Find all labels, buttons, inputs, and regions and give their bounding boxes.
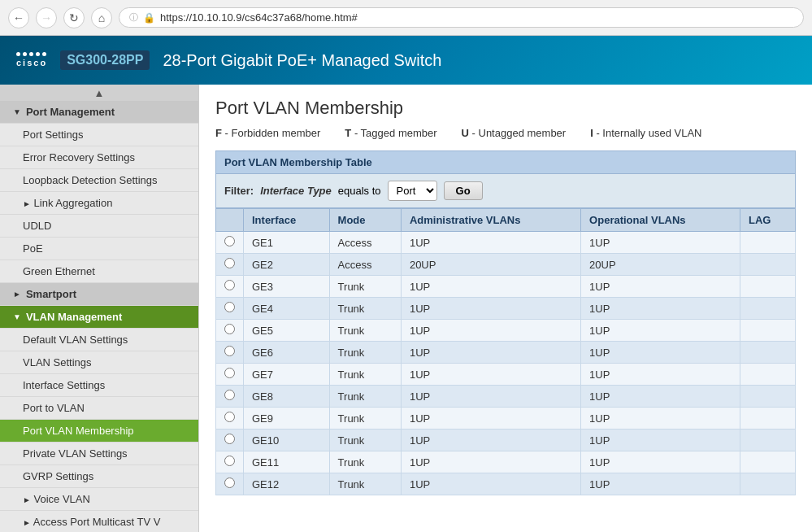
go-button[interactable]: Go (444, 181, 483, 200)
row-lag (740, 320, 795, 342)
row-select-cell[interactable] (216, 342, 244, 364)
row-select-cell[interactable] (216, 232, 244, 254)
table-row[interactable]: GE5 Trunk 1UP 1UP (216, 320, 796, 342)
sidebar-item-port-vlan-membership[interactable]: Port VLAN Membership (0, 420, 198, 443)
sidebar-item-vlan-settings[interactable]: VLAN Settings (0, 351, 198, 374)
row-mode: Trunk (329, 276, 401, 298)
sidebar-item-private-vlan[interactable]: Private VLAN Settings (0, 443, 198, 465)
chevron-down-icon: ▼ (13, 312, 21, 321)
browser-chrome: ← → ↻ ⌂ ⓘ 🔒 https://10.10.10.9/cs64c37a6… (0, 0, 812, 36)
row-admin-vlans: 1UP (401, 342, 580, 364)
sidebar-item-label: Voice VLAN (34, 493, 90, 505)
sidebar-item-link-aggregation[interactable]: ► Link Aggregation (0, 192, 198, 215)
sidebar-item-label: Port Management (26, 106, 115, 118)
row-radio[interactable] (224, 477, 235, 488)
row-interface: GE9 (244, 408, 330, 430)
sidebar-item-port-settings[interactable]: Port Settings (0, 124, 198, 146)
sidebar-item-voice-vlan[interactable]: ► Voice VLAN (0, 488, 198, 511)
col-lag: LAG (740, 209, 795, 232)
row-interface: GE7 (244, 364, 330, 386)
row-radio[interactable] (224, 412, 235, 422)
filter-equals-label: equals to (338, 185, 381, 197)
table-row[interactable]: GE9 Trunk 1UP 1UP (216, 408, 796, 430)
col-select (216, 209, 244, 232)
sidebar-item-label: Smartport (26, 288, 76, 300)
forward-button[interactable]: → (36, 7, 57, 28)
table-row[interactable]: GE12 Trunk 1UP 1UP (216, 473, 796, 495)
sidebar-item-access-multicast[interactable]: ► Access Port Multicast TV V (0, 511, 198, 532)
row-radio[interactable] (224, 434, 235, 444)
table-row[interactable]: GE1 Access 1UP 1UP (216, 232, 796, 254)
address-bar[interactable]: ⓘ 🔒 https://10.10.10.9/cs64c37a68/home.h… (119, 7, 804, 28)
table-row[interactable]: GE3 Trunk 1UP 1UP (216, 276, 796, 298)
row-select-cell[interactable] (216, 408, 244, 430)
row-radio[interactable] (224, 390, 235, 400)
sidebar-item-label: VLAN Management (26, 311, 122, 323)
row-interface: GE3 (244, 276, 330, 298)
back-button[interactable]: ← (8, 7, 29, 28)
sidebar-item-smartport[interactable]: ► Smartport (0, 283, 198, 306)
row-select-cell[interactable] (216, 451, 244, 473)
sidebar-item-loopback[interactable]: Loopback Detection Settings (0, 169, 198, 192)
sidebar-item-label: UDLD (23, 220, 51, 232)
row-select-cell[interactable] (216, 364, 244, 386)
row-mode: Trunk (329, 298, 401, 320)
row-select-cell[interactable] (216, 473, 244, 495)
row-mode: Trunk (329, 451, 401, 473)
row-admin-vlans: 1UP (401, 473, 580, 495)
sidebar-item-green-ethernet[interactable]: Green Ethernet (0, 260, 198, 283)
row-lag (740, 430, 795, 451)
col-mode: Mode (329, 209, 401, 232)
table-row[interactable]: GE4 Trunk 1UP 1UP (216, 298, 796, 320)
sidebar-item-label: Default VLAN Settings (23, 334, 128, 346)
row-interface: GE10 (244, 430, 330, 451)
sidebar: ▲ ▼ Port Management Port Settings Error … (0, 85, 199, 532)
row-radio[interactable] (224, 324, 235, 334)
sidebar-item-port-to-vlan[interactable]: Port to VLAN (0, 397, 198, 420)
sidebar-item-gvrp[interactable]: GVRP Settings (0, 465, 198, 488)
table-row[interactable]: GE7 Trunk 1UP 1UP (216, 364, 796, 386)
row-radio[interactable] (224, 280, 235, 290)
row-select-cell[interactable] (216, 254, 244, 276)
chevron-right-icon: ► (23, 518, 31, 527)
row-select-cell[interactable] (216, 298, 244, 320)
row-radio[interactable] (224, 456, 235, 466)
home-button[interactable]: ⌂ (91, 7, 112, 28)
row-interface: GE12 (244, 473, 330, 495)
sidebar-item-poe[interactable]: PoE (0, 238, 198, 260)
filter-row: Filter: Interface Type equals to Port LA… (215, 174, 796, 208)
sidebar-item-error-recovery[interactable]: Error Recovery Settings (0, 146, 198, 169)
row-admin-vlans: 1UP (401, 320, 580, 342)
table-row[interactable]: GE6 Trunk 1UP 1UP (216, 342, 796, 364)
row-mode: Access (329, 232, 401, 254)
table-row[interactable]: GE2 Access 20UP 20UP (216, 254, 796, 276)
sidebar-item-vlan-management[interactable]: ▼ VLAN Management (0, 306, 198, 329)
sidebar-item-interface-settings[interactable]: Interface Settings (0, 374, 198, 397)
table-row[interactable]: GE8 Trunk 1UP 1UP (216, 386, 796, 408)
row-mode: Access (329, 254, 401, 276)
row-radio[interactable] (224, 302, 235, 312)
sidebar-item-udld[interactable]: UDLD (0, 215, 198, 238)
row-radio[interactable] (224, 368, 235, 378)
table-row[interactable]: GE10 Trunk 1UP 1UP (216, 430, 796, 451)
filter-select[interactable]: Port LAG (388, 181, 437, 201)
row-admin-vlans: 1UP (401, 298, 580, 320)
row-select-cell[interactable] (216, 276, 244, 298)
sidebar-item-port-management[interactable]: ▼ Port Management (0, 101, 198, 124)
sidebar-item-default-vlan[interactable]: Default VLAN Settings (0, 329, 198, 351)
table-row[interactable]: GE11 Trunk 1UP 1UP (216, 451, 796, 473)
col-admin-vlans: Administrative VLANs (401, 209, 580, 232)
row-select-cell[interactable] (216, 386, 244, 408)
row-radio[interactable] (224, 236, 235, 246)
row-radio[interactable] (224, 258, 235, 268)
refresh-button[interactable]: ↻ (63, 7, 85, 28)
sidebar-scroll-up[interactable]: ▲ (0, 85, 198, 101)
row-admin-vlans: 1UP (401, 451, 580, 473)
device-title: 28-Port Gigabit PoE+ Managed Switch (163, 51, 441, 70)
row-radio[interactable] (224, 346, 235, 356)
row-operational-vlans: 1UP (581, 386, 740, 408)
row-operational-vlans: 20UP (581, 254, 740, 276)
row-select-cell[interactable] (216, 320, 244, 342)
sidebar-item-label: Port to VLAN (23, 402, 85, 414)
row-select-cell[interactable] (216, 430, 244, 451)
